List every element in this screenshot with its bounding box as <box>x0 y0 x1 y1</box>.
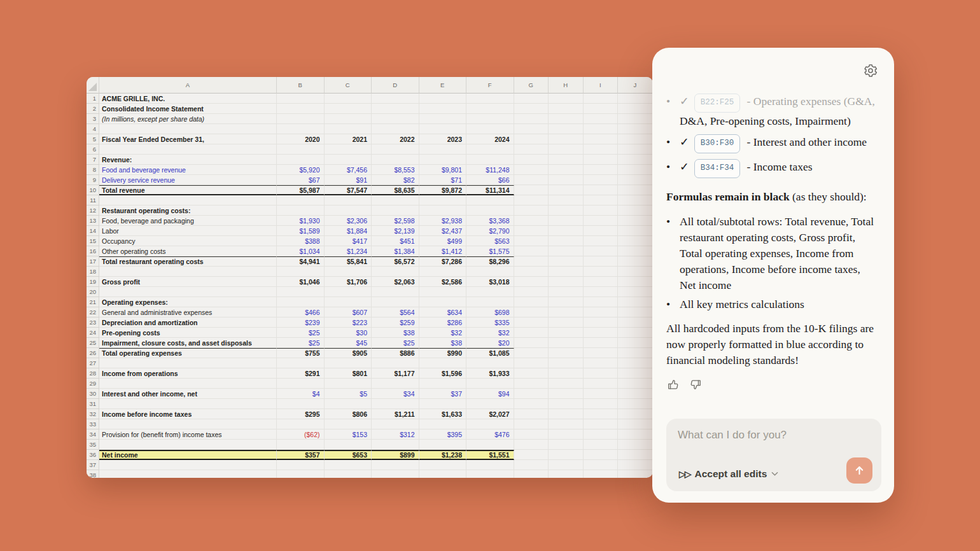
cell-range-chip[interactable]: B22:F25 <box>694 94 741 113</box>
row-header-10[interactable]: 10 <box>87 185 99 195</box>
cell-A15[interactable]: Occupancy <box>99 236 277 246</box>
cell-B28[interactable]: $291 <box>277 368 325 379</box>
cell-J7[interactable] <box>618 155 653 165</box>
col-header-F[interactable]: F <box>466 77 514 94</box>
cell-D14[interactable]: $2,139 <box>372 226 419 236</box>
cell-D34[interactable]: $312 <box>372 429 419 440</box>
cell-D11[interactable] <box>372 195 419 206</box>
row-header-21[interactable]: 21 <box>87 297 99 307</box>
col-header-D[interactable]: D <box>372 77 419 94</box>
cell-G14[interactable] <box>514 226 549 236</box>
row-header-16[interactable]: 16 <box>87 246 99 256</box>
cell-B22[interactable]: $466 <box>277 307 325 317</box>
cell-A21[interactable]: Operating expenses: <box>99 297 277 307</box>
cell-H27[interactable] <box>549 358 584 368</box>
cell-A33[interactable] <box>99 419 277 429</box>
col-header-H[interactable]: H <box>549 77 584 94</box>
cell-E9[interactable]: $71 <box>419 175 467 185</box>
cell-A32[interactable]: Income before income taxes <box>99 409 277 419</box>
cell-E18[interactable] <box>419 267 467 277</box>
row-header-7[interactable]: 7 <box>87 155 99 165</box>
cell-J26[interactable] <box>618 348 653 358</box>
cell-D31[interactable] <box>372 399 419 409</box>
row-header-26[interactable]: 26 <box>87 348 99 358</box>
cell-G28[interactable] <box>514 368 549 379</box>
cell-H1[interactable] <box>549 94 584 104</box>
cell-B26[interactable]: $755 <box>277 348 325 358</box>
cell-G25[interactable] <box>514 338 549 348</box>
cell-D22[interactable]: $564 <box>372 307 419 317</box>
cell-I11[interactable] <box>584 195 619 206</box>
cell-J25[interactable] <box>618 338 653 348</box>
cell-A9[interactable]: Delivery service revenue <box>99 175 277 185</box>
cell-I19[interactable] <box>584 277 619 287</box>
cell-C14[interactable]: $1,884 <box>325 226 372 236</box>
cell-H19[interactable] <box>549 277 584 287</box>
cell-D26[interactable]: $886 <box>372 348 419 358</box>
cell-F23[interactable]: $335 <box>466 317 514 328</box>
cell-D35[interactable] <box>372 440 419 450</box>
cell-B32[interactable]: $295 <box>277 409 325 419</box>
cell-G27[interactable] <box>514 358 549 368</box>
cell-B11[interactable] <box>277 195 325 206</box>
cell-J22[interactable] <box>618 307 653 317</box>
cell-A34[interactable]: Provision for (benefit from) income taxe… <box>99 429 277 440</box>
cell-C19[interactable]: $1,706 <box>325 277 372 287</box>
cell-B23[interactable]: $239 <box>277 317 325 328</box>
cell-B37[interactable] <box>277 460 325 470</box>
cell-F19[interactable]: $3,018 <box>466 277 514 287</box>
cell-A13[interactable]: Food, beverage and packaging <box>99 216 277 226</box>
row-header-28[interactable]: 28 <box>87 368 99 379</box>
cell-G37[interactable] <box>514 460 549 470</box>
cell-A12[interactable]: Restaurant operating costs: <box>99 206 277 216</box>
cell-B30[interactable]: $4 <box>277 389 325 399</box>
cell-G9[interactable] <box>514 175 549 185</box>
row-header-38[interactable]: 38 <box>87 470 99 478</box>
cell-B17[interactable]: $4,941 <box>277 256 325 267</box>
cell-A2[interactable]: Consolidated Income Statement <box>99 104 277 114</box>
cell-H38[interactable] <box>549 470 584 478</box>
cell-F12[interactable] <box>466 206 514 216</box>
cell-E27[interactable] <box>419 358 467 368</box>
cell-B12[interactable] <box>277 206 325 216</box>
cell-I32[interactable] <box>584 409 619 419</box>
col-header-C[interactable]: C <box>325 77 372 94</box>
cell-G29[interactable] <box>514 379 549 389</box>
cell-I25[interactable] <box>584 338 619 348</box>
cell-E23[interactable]: $286 <box>419 317 467 328</box>
cell-C23[interactable]: $223 <box>325 317 372 328</box>
cell-J37[interactable] <box>618 460 653 470</box>
cell-I38[interactable] <box>584 470 619 478</box>
cell-C16[interactable]: $1,234 <box>325 246 372 256</box>
cell-E34[interactable]: $395 <box>419 429 467 440</box>
cell-C22[interactable]: $607 <box>325 307 372 317</box>
cell-C8[interactable]: $7,456 <box>325 165 372 175</box>
cell-J35[interactable] <box>618 440 653 450</box>
row-header-19[interactable]: 19 <box>87 277 99 287</box>
cell-A20[interactable] <box>99 287 277 297</box>
cell-E33[interactable] <box>419 419 467 429</box>
cell-B35[interactable] <box>277 440 325 450</box>
cell-E28[interactable]: $1,596 <box>419 368 467 379</box>
cell-G22[interactable] <box>514 307 549 317</box>
row-header-33[interactable]: 33 <box>87 419 99 429</box>
row-header-35[interactable]: 35 <box>87 440 99 450</box>
cell-D12[interactable] <box>372 206 419 216</box>
cell-E17[interactable]: $7,286 <box>419 256 467 267</box>
cell-range-chip[interactable]: B34:F34 <box>694 159 741 178</box>
cell-G12[interactable] <box>514 206 549 216</box>
cell-D2[interactable] <box>372 104 419 114</box>
cell-E1[interactable] <box>419 94 467 104</box>
cell-G21[interactable] <box>514 297 549 307</box>
cell-A6[interactable] <box>99 144 277 155</box>
cell-F4[interactable] <box>466 124 514 134</box>
cell-J9[interactable] <box>618 175 653 185</box>
cell-C30[interactable]: $5 <box>325 389 372 399</box>
cell-A18[interactable] <box>99 267 277 277</box>
cell-D23[interactable]: $259 <box>372 317 419 328</box>
cell-J14[interactable] <box>618 226 653 236</box>
cell-D29[interactable] <box>372 379 419 389</box>
cell-F32[interactable]: $2,027 <box>466 409 514 419</box>
row-header-32[interactable]: 32 <box>87 409 99 419</box>
cell-F10[interactable]: $11,314 <box>466 185 514 195</box>
